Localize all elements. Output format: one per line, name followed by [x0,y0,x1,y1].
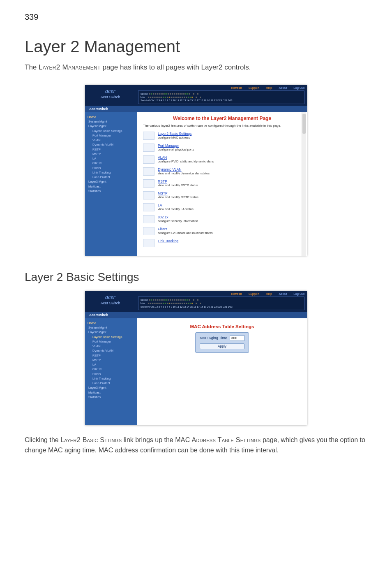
feature-icon [143,203,154,211]
port-status-panel: Speed ■■■■■■■■■■■■■■■■■■■■■■ ■ ■ Link ■■… [138,90,304,104]
welcome-intro: The various layer2 features of switch ca… [143,124,301,127]
switch-logo-block: acer Acer Switch [85,85,136,106]
nav-item[interactable]: VLAN [92,344,135,348]
tab-bar: AcerSwitch [85,106,307,112]
nav-item[interactable]: Layer2 Basic Settings [92,129,135,133]
l2-link-row: 802.1xconfigure security information [143,215,301,223]
header-links: Refresh Support Help About Log Out [138,292,304,296]
mac-aging-input[interactable] [230,335,244,341]
nav-item[interactable]: System Mgmt [88,325,135,330]
feature-link[interactable]: VLAN [158,155,214,160]
link-help[interactable]: Help [266,292,272,296]
link-refresh[interactable]: Refresh [231,86,242,90]
feature-link[interactable]: RSTP [158,179,198,183]
link-logout[interactable]: Log Out [293,292,304,296]
nav-item[interactable]: Link Tracking [92,170,135,175]
feature-link[interactable]: Layer2 Basic Settings [158,132,191,136]
link-about[interactable]: About [279,292,287,296]
side-nav: HomeSystem MgmtLayer2 MgmtLayer2 Basic S… [85,318,137,425]
switch-header: acer Acer Switch Refresh Support Help Ab… [85,291,307,312]
nav-item[interactable]: Statistics [88,189,135,193]
apply-button[interactable]: Apply [200,343,245,349]
nav-item[interactable]: 802.1x [92,367,135,371]
nav-item[interactable]: Home [88,115,135,119]
feature-link[interactable]: Link Tracking [158,239,178,243]
feature-desc: configure L2 unicast and multicast filte… [158,231,212,235]
nav-item[interactable]: Dynamic VLAN [92,348,135,353]
nav-item[interactable]: RSTP [92,353,135,358]
nav-item[interactable]: Home [88,321,135,325]
link-about[interactable]: About [279,86,287,90]
lead-suffix: page has links to all pages with Layer2 … [101,63,251,71]
feature-link[interactable]: MSTP [158,191,198,195]
screenshot-mac-settings: acer Acer Switch Refresh Support Help Ab… [25,291,367,425]
feature-link[interactable]: Filters [158,227,212,231]
feature-icon [143,215,154,223]
port-speed-label: Speed [141,299,148,301]
feature-link[interactable]: Port Manager [158,144,194,148]
link-support[interactable]: Support [249,292,259,296]
scrollbar[interactable] [302,112,306,256]
mac-settings-title: MAC Address Table Settings [143,324,301,329]
link-help[interactable]: Help [266,86,272,90]
body-paragraph-2: Clicking the Layer2 Basic Sttings link b… [25,435,367,456]
nav-item[interactable]: Multicast [88,184,135,189]
nav-item[interactable]: Port Manager [92,133,135,138]
nav-item[interactable]: System Mgmt [88,119,135,124]
nav-item[interactable]: Layer3 Mgmt [88,385,135,390]
nav-item[interactable]: Link Tracking [92,376,135,381]
feature-icon [143,167,154,176]
nav-item[interactable]: Port Manager [92,339,135,344]
feature-icon [143,179,154,188]
nav-item[interactable]: LA [92,156,135,161]
nav-item[interactable]: Layer3 Mgmt [88,179,135,184]
feature-link[interactable]: LA [158,203,194,207]
nav-item[interactable]: Loop Protect [92,381,135,385]
feature-link[interactable]: 802.1x [158,215,198,219]
tab-acerswitch[interactable]: AcerSwitch [89,313,108,317]
page-number: 339 [25,12,367,22]
feature-icon [143,227,154,235]
nav-item[interactable]: VLAN [92,138,135,142]
link-logout[interactable]: Log Out [293,86,304,90]
b2-sc1: Layer2 Basic Sttings [60,436,122,443]
tab-bar: AcerSwitch [85,312,307,318]
feature-desc: configure security information [158,219,198,223]
port-numbers-row: Switch 0 Ch 1 2 3 4 5 6 7 8 9 10 11 12 1… [141,99,302,102]
scrollbar-thumb[interactable] [302,114,306,134]
lead-smallcaps-1: Layer2 Management [39,63,101,71]
nav-item[interactable]: Loop Protect [92,175,135,179]
b2-part1: Clicking the [25,436,60,443]
l2-link-row: MSTPview and modify MSTP status [143,191,301,199]
brand-subtitle: Acer Switch [87,301,134,305]
nav-item[interactable]: Multicast [88,390,135,395]
nav-item[interactable]: Statistics [88,395,135,399]
feature-link[interactable]: Dynamic VLAN [158,167,210,171]
nav-item[interactable]: Dynamic VLAN [92,142,135,147]
port-speed-label: Speed [141,93,148,95]
feature-desc: view and modify dynamica vlan status [158,171,210,175]
switch-header: acer Acer Switch Refresh Support Help Ab… [85,85,307,106]
nav-item[interactable]: Filters [92,372,135,376]
nav-item[interactable]: RSTP [92,147,135,152]
nav-item[interactable]: Layer2 Mgmt [88,124,135,128]
link-support[interactable]: Support [249,86,259,90]
heading-layer2-mgmt: Layer 2 Management [25,37,367,56]
nav-item[interactable]: Layer2 Basic Settings [92,335,135,339]
nav-item[interactable]: MSTP [92,152,135,156]
feature-desc: view and modify RSTP status [158,183,198,187]
nav-item[interactable]: Layer2 Mgmt [88,330,135,334]
l2-link-row: Dynamic VLANview and modify dynamica vla… [143,167,301,176]
feature-icon [143,144,154,152]
l2-link-row: VLANconfigure PVID, static and dynamic v… [143,155,301,164]
nav-item[interactable]: LA [92,362,135,367]
link-refresh[interactable]: Refresh [231,292,242,296]
tab-acerswitch[interactable]: AcerSwitch [89,107,108,111]
feature-icon [143,155,154,164]
nav-item[interactable]: MSTP [92,358,135,362]
nav-item[interactable]: Filters [92,166,135,170]
port-link-label: Link [141,96,145,98]
nav-item[interactable]: 802.1x [92,161,135,165]
b2-sc2: MAC Address Table Settings [175,436,261,443]
lead-paragraph: The Layer2 Management page has links to … [25,63,367,73]
